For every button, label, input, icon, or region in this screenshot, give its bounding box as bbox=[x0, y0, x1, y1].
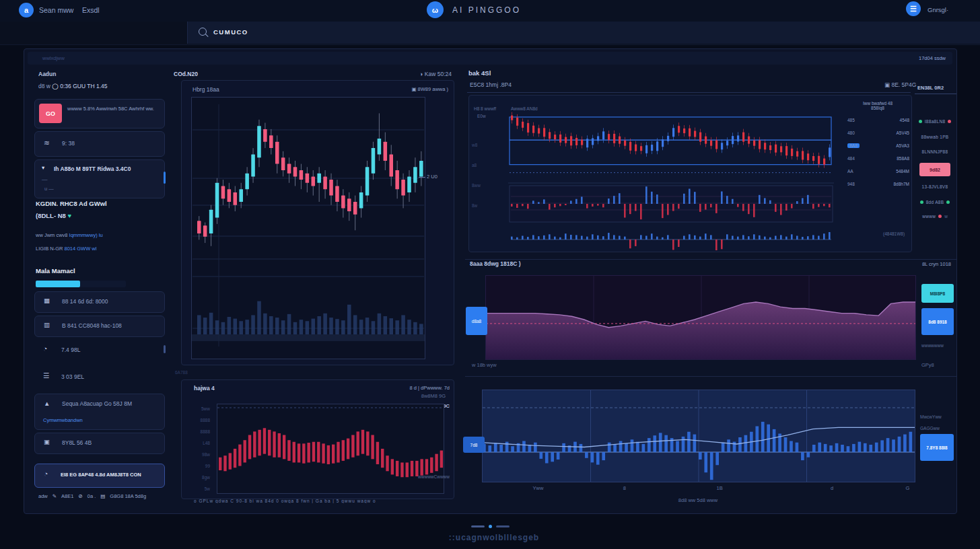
chart2-title: hajwa 4 bbox=[194, 385, 215, 392]
signal-label: wwww bbox=[922, 214, 936, 219]
right-candlestick-chart[interactable] bbox=[508, 101, 834, 250]
card-icon[interactable]: ▤ bbox=[100, 493, 105, 499]
pagination-dot[interactable] bbox=[489, 525, 492, 528]
stat-value: 0:36 GUU TH 1.45 bbox=[60, 83, 107, 89]
sidebar-item-label: 8Y8L 56 4B bbox=[62, 439, 92, 446]
x-tick-label: Yww bbox=[533, 485, 544, 491]
account-glyph: ☰ bbox=[910, 5, 917, 13]
center-panel-clock: ◑ Kaw 50:24 bbox=[401, 71, 452, 77]
chart-label-3: E0w bbox=[477, 114, 486, 118]
scale-footnote: (48481W8) bbox=[883, 231, 905, 236]
price-scale-row: 4854548 bbox=[847, 118, 909, 122]
account-label[interactable]: Gnrsgl· bbox=[928, 6, 948, 13]
calendar-icon: ▦ bbox=[44, 297, 50, 304]
cyan-button[interactable]: M8I8P8 bbox=[921, 284, 954, 303]
signal-row: 8LNNNJP88 bbox=[912, 149, 958, 154]
scale-header-line1: Iww bwafwd 48 bbox=[846, 101, 909, 106]
para2-link[interactable]: 8014 GWW wl bbox=[65, 246, 97, 252]
sidebar-item-label: Sequa A8acuap Go 58J 8M bbox=[62, 400, 160, 407]
center-logo-glyph: ω bbox=[432, 6, 438, 14]
chevron-down-icon[interactable]: ▾ bbox=[42, 164, 44, 171]
search-query[interactable]: CUMUCO bbox=[213, 28, 248, 36]
sidebar-item-mountains[interactable]: ▲ Sequa A8acuap Go 58J 8M Cymwmwbandwn bbox=[34, 394, 165, 430]
sidebar-scrollbar-thumb[interactable] bbox=[164, 172, 166, 184]
candlestick-card: Hbrg 18aa ▣ 8W89 awwa ) 2 U0 bbox=[181, 80, 454, 365]
area-bottom-left: w 18b wyw bbox=[472, 362, 497, 368]
y-tick-label: 5w bbox=[205, 486, 210, 491]
price-scale-right: 858A8 bbox=[897, 156, 909, 161]
sidebar-item-label: 3 03 9EL bbox=[61, 373, 84, 380]
price-scale-right: A5V45 bbox=[896, 131, 909, 135]
chart-toolbar-label: 8W89 awwa ) bbox=[418, 86, 448, 92]
sidebar-headline: KGDIN. RHC8 Ad GWwl bbox=[36, 200, 107, 207]
chart-title: Hbrg 18aa bbox=[193, 86, 219, 93]
pencil-icon[interactable]: ✎ bbox=[53, 493, 57, 499]
stat-prefix: d8 w bbox=[38, 83, 50, 89]
heart-icon: ♥ bbox=[68, 212, 72, 219]
y-tick-label: 98w bbox=[202, 452, 210, 457]
caption-text: 6A788 bbox=[175, 370, 188, 375]
promo-card[interactable]: GO wwww 5.8% Awwinwh 58C Awhrhf ww. bbox=[34, 99, 165, 129]
flow-button[interactable]: 7.8Y8 88I8 bbox=[920, 434, 954, 461]
app-logo-icon[interactable]: a bbox=[19, 3, 34, 17]
blue-button[interactable]: 8d8 8918 bbox=[921, 308, 954, 335]
right-panel-subtitle: E5C8 1hmj .8P4 bbox=[470, 81, 512, 88]
range-band-chart[interactable] bbox=[217, 404, 444, 494]
clock-text: Kaw 50:24 bbox=[425, 71, 452, 77]
app-logo-glyph: a bbox=[24, 6, 28, 14]
price-scale-left: AA bbox=[847, 169, 853, 174]
pagination-dash-1[interactable] bbox=[471, 525, 485, 527]
x-tick-label: d bbox=[831, 485, 833, 491]
chart2-right1: 8 d | dPwwww. 7d bbox=[410, 385, 450, 391]
price-scale-right: 4548 bbox=[900, 118, 909, 122]
chart2-right2: 8w8M8 9G bbox=[421, 393, 446, 399]
sidebar-item-chat[interactable]: ☰ 3 03 9EL bbox=[34, 368, 164, 387]
alert-badge[interactable]: ▣ 8E. 5P4G bbox=[884, 81, 916, 88]
divider bbox=[465, 259, 956, 260]
sidebar-item-link[interactable]: Cymwmwbandwn bbox=[43, 417, 83, 423]
sidebar-item-active[interactable]: ◔ EI8 EG 8AP48 4.8d AM8J8T8 CON bbox=[34, 464, 165, 488]
signal-row: wwwww bbox=[912, 214, 958, 219]
flow-label-2: GAGGww bbox=[920, 426, 940, 431]
block-icon[interactable]: ⊘ bbox=[78, 493, 82, 499]
sentiment-area-chart[interactable] bbox=[485, 275, 916, 360]
flow-button-label: 7.8Y8 88I8 bbox=[926, 445, 947, 450]
whale-label: 9: 38 bbox=[62, 140, 75, 147]
area-left-chip[interactable]: d8a8 bbox=[466, 307, 487, 335]
chart-toolbar[interactable]: ▣ 8W89 awwa ) bbox=[411, 86, 448, 92]
menu-item[interactable]: Exsdl bbox=[82, 6, 100, 14]
pagination-dash-2[interactable] bbox=[496, 525, 510, 527]
price-scale-row: 9488d8h7M bbox=[847, 182, 909, 186]
chart2-xaxis-text: o GPLw gdwa C 90-8 bi wa 84d 0 owga 8 fw… bbox=[194, 499, 451, 503]
progress-bar bbox=[36, 281, 80, 287]
signals-header: EN38L 0R2 bbox=[917, 85, 944, 91]
sidebar-item-calendar[interactable]: ▦ 88 14 6d 6d: 8000 bbox=[34, 291, 165, 313]
para1-link[interactable]: Iqmmmwwy) lu bbox=[69, 232, 103, 238]
promo-badge: GO bbox=[39, 104, 62, 123]
search-field[interactable]: CUMUCO bbox=[187, 22, 980, 44]
area-bottom-right: GPy8 bbox=[921, 362, 934, 368]
flow-left-chip[interactable]: 7d8 bbox=[463, 437, 485, 453]
sidebar-item-power[interactable]: ◔ 7.4 98L bbox=[34, 341, 164, 360]
flow-histogram-chart[interactable] bbox=[482, 390, 915, 482]
divider bbox=[467, 92, 911, 93]
sidebar-scrollbar-dash[interactable] bbox=[164, 345, 166, 353]
center-logo-icon[interactable]: ω bbox=[427, 1, 444, 18]
sidebar-item-image[interactable]: ▣ 8Y8L 56 4B bbox=[34, 433, 165, 454]
signal-pink-button[interactable]: 9d82 bbox=[919, 163, 950, 176]
footer-text-3: 0a . bbox=[88, 493, 96, 499]
subline-text: (8DLL- N8 bbox=[36, 212, 66, 219]
account-icon[interactable]: ☰ bbox=[906, 1, 921, 16]
brand-label[interactable]: Sean mww bbox=[39, 6, 73, 14]
price-scale-left: 485 bbox=[847, 118, 855, 122]
whale-item[interactable]: ≋ 9: 38 bbox=[34, 131, 165, 157]
sidebar-item-bank[interactable]: ▥ B 841 CC8048 hac-108 bbox=[34, 316, 165, 337]
dropdown-card[interactable]: ▾ Ih A88o M 89TT Ridwa 3.4C0 — u — bbox=[34, 159, 165, 198]
toolbar-right-text[interactable]: 17d04 ssdw bbox=[919, 55, 946, 61]
y-tick-label: 8w bbox=[472, 203, 477, 208]
dropdown-dash: — bbox=[42, 176, 48, 183]
price-scale-right: 5484M bbox=[896, 169, 909, 174]
footer-text-2: A8E1 bbox=[61, 493, 73, 499]
main-candlestick-chart[interactable] bbox=[191, 97, 425, 359]
signal-label: 8LNNNJP88 bbox=[922, 149, 948, 154]
